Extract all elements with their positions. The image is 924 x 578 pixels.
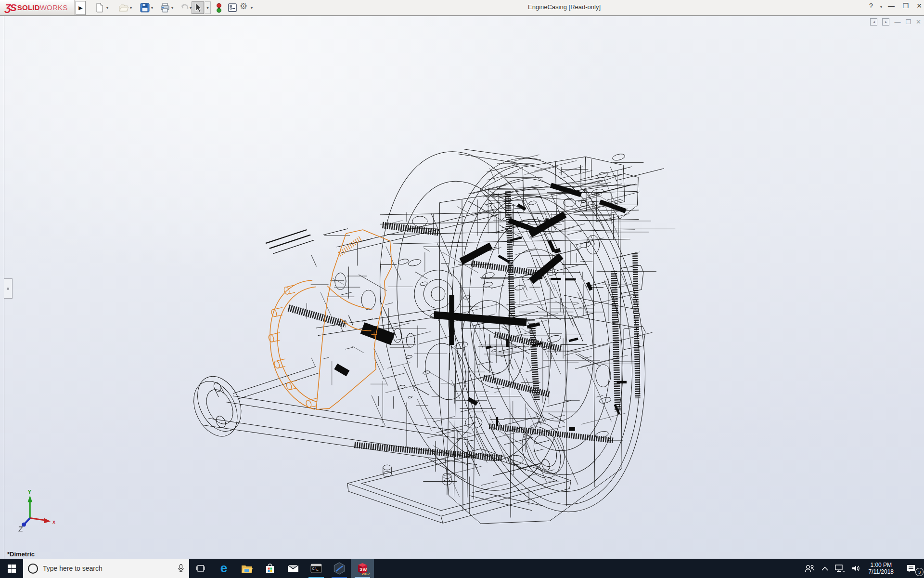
help-dropdown[interactable]: ▾ <box>879 5 884 9</box>
cortana-icon <box>28 564 38 574</box>
edge-icon: e <box>218 562 230 575</box>
notification-badge: 3 <box>915 568 924 576</box>
svg-text:e: e <box>220 562 227 575</box>
store-icon <box>265 563 275 574</box>
taskbar-item-solidworks[interactable]: S W 2017 <box>351 559 374 578</box>
print-button[interactable] <box>160 2 170 13</box>
select-tool-dropdown[interactable]: ▾ <box>205 1 211 14</box>
action-center-icon <box>906 564 916 573</box>
brand-solid: SOLID <box>17 3 40 12</box>
new-document-dropdown[interactable]: ▾ <box>106 6 108 10</box>
people-icon <box>804 564 815 573</box>
triad-y-label: Y <box>27 488 31 495</box>
reference-triad-icon: Y x <box>19 488 55 531</box>
task-view-icon <box>196 565 205 572</box>
save-button[interactable] <box>140 2 150 13</box>
chevron-up-icon <box>821 566 828 571</box>
options-gear-icon[interactable]: ⚙ <box>240 1 250 12</box>
start-button[interactable] <box>0 559 23 578</box>
window-title: EngineCasing [Read-only] <box>528 3 601 11</box>
help-button[interactable]: ? <box>865 2 877 10</box>
solidworks-2017-icon: S W 2017 <box>355 561 370 576</box>
search-box[interactable]: Type here to search <box>23 559 189 578</box>
volume-icon <box>851 565 861 572</box>
network-button[interactable] <box>832 559 848 578</box>
doc-restore-button[interactable]: ❐ <box>905 18 911 26</box>
taskbar-item-mail[interactable] <box>282 559 305 578</box>
solidworks-logo: ƷS SOLIDWORKS <box>0 0 75 15</box>
display-status-icon[interactable] <box>215 2 226 13</box>
system-tray: 1:00 PM 7/11/2018 3 <box>801 559 924 578</box>
taskbar-item-command-prompt[interactable]: C:\_ <box>305 559 328 578</box>
view-orientation-label: *Dimetric <box>7 551 35 558</box>
people-button[interactable] <box>801 559 818 578</box>
open-document-button[interactable] <box>118 2 129 13</box>
file-properties-button[interactable] <box>227 2 238 13</box>
search-placeholder-text: Type here to search <box>43 565 173 572</box>
windows-taskbar: Type here to search e <box>0 559 924 578</box>
tray-time: 1:00 PM <box>870 562 892 568</box>
doc-minimize-button[interactable]: — <box>894 18 900 26</box>
open-document-dropdown[interactable]: ▾ <box>130 6 132 10</box>
windows-logo-icon <box>8 565 16 573</box>
restore-button[interactable]: ❐ <box>900 2 911 10</box>
undo-button[interactable] <box>179 2 190 13</box>
options-dropdown[interactable]: ▾ <box>251 6 253 10</box>
menu-expand-button[interactable]: ▶ <box>76 1 86 15</box>
print-dropdown[interactable]: ▾ <box>171 6 173 10</box>
graphics-viewport[interactable]: Y x ◂ ▸ — ❐ ✕ *Dimetric <box>0 16 924 559</box>
command-prompt-icon: C:\_ <box>310 564 322 573</box>
doc-close-button[interactable]: ✕ <box>916 18 921 26</box>
microphone-icon[interactable] <box>178 564 184 573</box>
minimize-button[interactable]: — <box>886 2 897 10</box>
taskbar-item-hexagon-app[interactable] <box>328 559 351 578</box>
volume-button[interactable] <box>848 559 864 578</box>
hexagon-app-icon <box>333 562 346 575</box>
close-button[interactable]: ✕ <box>913 2 924 10</box>
title-bar: ƷS SOLIDWORKS ▶ ▾ ▾ ▾ ▾ ▾ ▾ ⚙ ▾ EngineCa… <box>0 0 924 16</box>
svg-text:S: S <box>359 567 362 572</box>
svg-text:2017: 2017 <box>362 572 370 576</box>
wireframe-model[interactable]: Y x <box>0 16 924 559</box>
collapsed-panel-tab[interactable] <box>4 278 13 299</box>
new-document-button[interactable] <box>94 2 105 13</box>
mail-icon <box>287 564 299 573</box>
save-dropdown[interactable]: ▾ <box>151 6 153 10</box>
triad-x-label: x <box>52 519 55 525</box>
select-tool-button[interactable] <box>192 1 204 14</box>
file-explorer-icon <box>241 564 253 573</box>
task-view-button[interactable] <box>189 559 212 578</box>
network-icon <box>835 565 845 572</box>
taskbar-item-store[interactable] <box>258 559 282 578</box>
panel-tab-grip-icon <box>7 288 9 290</box>
clock[interactable]: 1:00 PM 7/11/2018 <box>864 562 898 575</box>
collapse-left-icon[interactable]: ◂ <box>870 18 877 26</box>
action-center-button[interactable]: 3 <box>898 559 924 578</box>
tray-date: 7/11/2018 <box>869 568 894 575</box>
solidworks-screen: { "titlebar": { "brand": {"glyph": "ƷS",… <box>0 0 924 578</box>
dassault-3ds-logo-icon: ƷS <box>5 2 16 13</box>
collapse-right-icon[interactable]: ▸ <box>882 18 889 26</box>
taskbar-item-edge[interactable]: e <box>212 559 235 578</box>
taskbar-item-file-explorer[interactable] <box>235 559 258 578</box>
selected-component-highlight[interactable] <box>268 230 392 409</box>
hidden-icons-button[interactable] <box>818 559 832 578</box>
svg-text:C:\_: C:\_ <box>312 567 319 571</box>
brand-works: WORKS <box>40 3 68 12</box>
document-window-controls: ◂ ▸ — ❐ ✕ <box>870 17 921 26</box>
